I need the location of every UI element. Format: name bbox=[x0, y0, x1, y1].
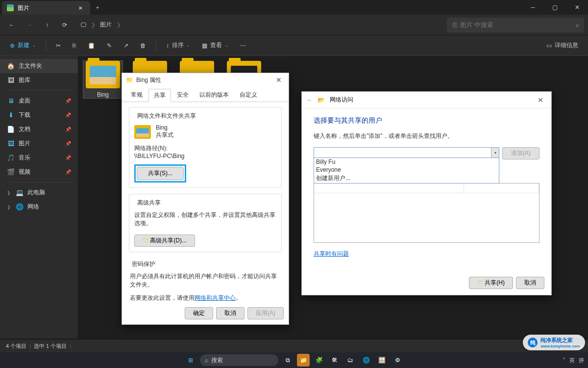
dropdown-option[interactable]: Everyone bbox=[314, 166, 499, 174]
view-button[interactable]: ▦ 查看 ⌄ bbox=[197, 38, 233, 53]
sidebar-item-pictures[interactable]: 🖼图片📌 bbox=[0, 136, 78, 151]
delete-button[interactable]: 🗑 bbox=[135, 39, 151, 52]
network-center-link[interactable]: 网络和共享中心 bbox=[195, 294, 236, 301]
taskbar-app[interactable]: 🌐 bbox=[360, 354, 372, 367]
search-box[interactable]: ⌕ bbox=[447, 18, 584, 32]
pictures-icon: 🖼 bbox=[7, 140, 15, 148]
group-desc: 设置自定义权限，创建多个共享，并设置其他高级共享选项。 bbox=[134, 211, 276, 228]
close-icon[interactable]: ✕ bbox=[535, 96, 546, 104]
cancel-button[interactable]: 取消 bbox=[516, 277, 544, 289]
taskview-icon[interactable]: ⧉ bbox=[281, 354, 294, 367]
monitor-icon: 🖵 bbox=[80, 22, 86, 28]
copy-icon: ⎘ bbox=[73, 42, 76, 49]
dialog-titlebar[interactable]: ← 📂 网络访问 ✕ bbox=[302, 92, 551, 108]
cancel-button[interactable]: 取消 bbox=[216, 307, 245, 319]
details-pane-button[interactable]: ▭ 详细信息 bbox=[541, 38, 583, 53]
document-icon: 📄 bbox=[7, 126, 15, 133]
new-tab-button[interactable]: ＋ bbox=[90, 0, 105, 15]
ime-mode[interactable]: 拼 bbox=[579, 357, 584, 364]
chevron-up-icon[interactable]: ˄ bbox=[563, 357, 565, 364]
sort-button[interactable]: ↕ 排序 ⌄ bbox=[161, 38, 195, 53]
close-button[interactable]: ✕ bbox=[566, 0, 588, 15]
taskbar-app[interactable]: 🗂 bbox=[344, 354, 357, 367]
dropdown-option[interactable]: Billy Fu bbox=[314, 158, 499, 166]
start-button[interactable]: ⊞ bbox=[184, 354, 197, 367]
taskbar-app[interactable]: 🛠 bbox=[328, 354, 341, 367]
column-name[interactable] bbox=[314, 184, 464, 193]
search-icon[interactable]: ⌕ bbox=[576, 22, 579, 28]
breadcrumb[interactable]: 🖵 ❯ 图片 ❯ bbox=[80, 21, 121, 29]
chevron-down-icon[interactable]: ▾ bbox=[491, 148, 499, 158]
ime-indicator[interactable]: 英 bbox=[569, 357, 575, 364]
system-tray[interactable]: ˄ 英 拼 bbox=[563, 357, 584, 364]
new-button[interactable]: ⊕ 新建 ⌄ bbox=[5, 38, 41, 53]
maximize-button[interactable]: ▢ bbox=[544, 0, 566, 15]
sidebar-item-downloads[interactable]: ⬇下载📌 bbox=[0, 108, 78, 122]
paste-button[interactable]: 📋 bbox=[83, 39, 100, 52]
dialog-titlebar[interactable]: 📁 Bing 属性 ✕ bbox=[122, 73, 289, 87]
sidebar-item-music[interactable]: 🎵音乐📌 bbox=[0, 151, 78, 165]
sidebar-item-gallery[interactable]: 🖼 图库 bbox=[0, 73, 78, 87]
user-combo[interactable]: ▾ bbox=[314, 147, 499, 158]
tab-previous[interactable]: 以前的版本 bbox=[195, 89, 234, 102]
rename-button[interactable]: ✎ bbox=[102, 39, 117, 52]
folder-item-bing[interactable]: Bing bbox=[83, 61, 122, 98]
user-dropdown: Billy Fu Everyone 创建新用户... bbox=[314, 158, 499, 184]
cut-button[interactable]: ✂ bbox=[51, 39, 66, 52]
sidebar-item-thispc[interactable]: ❯💻此电脑 bbox=[0, 185, 78, 200]
tab-sharing[interactable]: 共享 bbox=[148, 89, 171, 102]
add-button[interactable]: 添加(A) bbox=[502, 147, 539, 159]
selected-count: 选中 1 个项目 bbox=[34, 342, 67, 350]
share-button[interactable]: 共享(S)... bbox=[137, 167, 184, 180]
tab-close-icon[interactable]: ✕ bbox=[75, 4, 85, 12]
tab-general[interactable]: 常规 bbox=[126, 89, 147, 102]
user-input[interactable] bbox=[314, 148, 491, 158]
folder-icon: 📁 bbox=[126, 77, 133, 83]
taskbar-app[interactable]: 🧩 bbox=[313, 354, 325, 367]
button-label: 高级共享(D)... bbox=[150, 237, 187, 244]
more-button[interactable]: ⋯ bbox=[235, 39, 251, 52]
sidebar-item-network[interactable]: ❯🌐网络 bbox=[0, 200, 78, 214]
share-confirm-button[interactable]: 🛡 共享(H) bbox=[469, 277, 513, 289]
taskbar-search[interactable]: ⌕ 搜索 bbox=[200, 354, 278, 366]
breadcrumb-item[interactable]: 图片 bbox=[100, 21, 112, 29]
refresh-button[interactable]: ⟳ bbox=[57, 17, 73, 33]
copy-button[interactable]: ⎘ bbox=[68, 39, 81, 52]
sidebar-item-documents[interactable]: 📄文档📌 bbox=[0, 122, 78, 136]
column-permission[interactable] bbox=[464, 184, 539, 193]
taskbar-app[interactable]: 📁 bbox=[297, 354, 310, 367]
advanced-sharing-button[interactable]: 🛡 高级共享(D)... bbox=[134, 235, 195, 247]
share-button-highlight: 共享(S)... bbox=[134, 164, 186, 183]
sidebar-label: 文档 bbox=[19, 125, 30, 133]
gallery-icon: 🖼 bbox=[7, 77, 15, 84]
share-button[interactable]: ↗ bbox=[119, 39, 133, 52]
user-list[interactable] bbox=[314, 183, 539, 243]
pin-icon: 📌 bbox=[65, 141, 71, 146]
minimize-button[interactable]: ─ bbox=[522, 0, 544, 15]
pin-icon: 📌 bbox=[65, 98, 71, 104]
watermark-url: www.kzmyhome.com bbox=[540, 344, 580, 348]
forward-button[interactable]: → bbox=[22, 17, 37, 33]
dropdown-option[interactable]: 创建新用户... bbox=[314, 174, 499, 183]
button-label: 共享(H) bbox=[485, 279, 505, 286]
details-label: 详细信息 bbox=[555, 41, 578, 50]
window-tab[interactable]: 图片 ✕ bbox=[2, 1, 90, 15]
close-icon[interactable]: ✕ bbox=[273, 76, 285, 84]
sidebar-item-desktop[interactable]: 🖥桌面📌 bbox=[0, 94, 78, 108]
sidebar-item-videos[interactable]: 🎬视频📌 bbox=[0, 165, 78, 179]
tab-customize[interactable]: 自定义 bbox=[235, 89, 262, 102]
sidebar-item-home[interactable]: 🏠 主文件夹 bbox=[0, 59, 78, 73]
taskbar-app[interactable]: 🪟 bbox=[375, 354, 388, 367]
taskbar-app[interactable]: ⚙ bbox=[391, 354, 404, 367]
apply-button[interactable]: 应用(A) bbox=[247, 307, 284, 319]
up-button[interactable]: ↑ bbox=[39, 17, 55, 33]
search-input[interactable] bbox=[452, 21, 576, 28]
tab-security[interactable]: 安全 bbox=[172, 89, 194, 102]
shield-icon: 🛡 bbox=[143, 237, 148, 244]
back-button[interactable]: ← bbox=[4, 17, 20, 33]
watermark: 纯 纯净系统之家 www.kzmyhome.com bbox=[523, 335, 585, 350]
ok-button[interactable]: 确定 bbox=[185, 307, 213, 319]
netpath-value: \\BILLYFU-PC\Bing bbox=[134, 153, 276, 159]
back-arrow-icon[interactable]: ← bbox=[307, 97, 313, 104]
trouble-sharing-link[interactable]: 共享时有问题 bbox=[314, 250, 349, 257]
